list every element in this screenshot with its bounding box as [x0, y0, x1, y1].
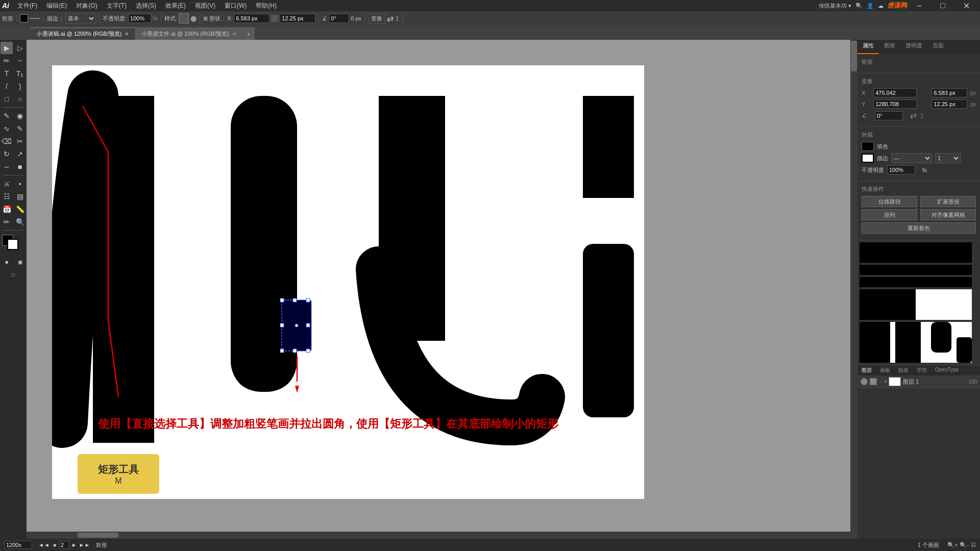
- stroke-select[interactable]: 基本: [65, 13, 96, 23]
- page-end-icon[interactable]: ►►: [79, 542, 90, 548]
- menu-effect[interactable]: 效果(E): [161, 1, 190, 11]
- grid-icon[interactable]: ⊞: [203, 15, 208, 22]
- page-back-icon[interactable]: ◄: [52, 542, 57, 548]
- scale-tool[interactable]: ↗: [14, 148, 26, 160]
- transform-button[interactable]: 变换: [368, 13, 385, 23]
- menu-window[interactable]: 窗口(W): [220, 1, 251, 11]
- symbol-sprayer-tool[interactable]: ⚔: [1, 178, 13, 190]
- transform-icon1[interactable]: ⇄: [387, 14, 394, 23]
- measure-tool[interactable]: 📏: [14, 203, 26, 215]
- eraser-tool[interactable]: ⌫: [1, 135, 13, 147]
- line-tool[interactable]: /: [1, 80, 13, 92]
- transform-icon2[interactable]: ↕: [395, 14, 399, 23]
- layers-tab-character[interactable]: 字符: [913, 365, 931, 375]
- page-input[interactable]: [59, 541, 69, 549]
- align-pixel-grid-button[interactable]: 对齐像素网格: [920, 209, 976, 220]
- stroke-panel-swatch[interactable]: [862, 154, 874, 163]
- x-coord-input[interactable]: [873, 88, 917, 97]
- pen-tool[interactable]: ✏: [1, 55, 13, 67]
- workspace-label[interactable]: 传统基本功 ▾: [819, 2, 851, 10]
- vertical-scrollbar[interactable]: [850, 40, 857, 539]
- w-coord-input[interactable]: [932, 88, 967, 97]
- zoom-tool[interactable]: 🔍: [14, 216, 26, 228]
- user-icon[interactable]: 👤: [867, 3, 874, 9]
- free-transform-tool[interactable]: ■: [14, 161, 26, 173]
- fill-panel-swatch[interactable]: [862, 142, 874, 151]
- opacity-input[interactable]: [128, 14, 151, 23]
- flip-h-icon[interactable]: ⇄: [910, 111, 917, 120]
- menu-select[interactable]: 选择(S): [132, 1, 160, 11]
- direct-selection-tool[interactable]: ▷: [14, 42, 26, 54]
- layer-lock-icon[interactable]: [870, 378, 877, 385]
- angle-input[interactable]: [329, 14, 349, 23]
- gradient-mode[interactable]: ▣: [14, 256, 26, 268]
- expand-shape-button[interactable]: 扩展形状: [920, 196, 976, 207]
- y-coord-input[interactable]: [873, 99, 917, 109]
- stroke-color-box[interactable]: [7, 239, 18, 250]
- tab-second[interactable]: 小墨源文件.ai @ 100% (RGB/预览) ✕: [135, 28, 242, 40]
- layers-tab-artboard[interactable]: 画板: [876, 365, 894, 375]
- tab-active[interactable]: 小墨讲稿.ai @ 1200% (RGB/预览) ✕: [31, 28, 135, 40]
- scissors-tool[interactable]: ✂: [14, 135, 26, 147]
- menu-view[interactable]: 视图(V): [191, 1, 219, 11]
- column-graph-tool[interactable]: ▪: [14, 178, 26, 190]
- type-tool[interactable]: T: [1, 67, 13, 80]
- recolor-button[interactable]: 重新着色: [862, 222, 976, 234]
- eyedropper-tool[interactable]: 📅: [1, 203, 13, 215]
- tab-add[interactable]: +: [243, 28, 255, 40]
- layer-item-1[interactable]: 图层 1 100: [857, 375, 980, 388]
- layer-visibility-icon[interactable]: [861, 378, 868, 385]
- paintbrush-tool[interactable]: ✎: [1, 110, 13, 122]
- menu-help[interactable]: 帮助(H): [252, 1, 281, 11]
- arc-tool[interactable]: ): [14, 80, 26, 92]
- curvature-tool[interactable]: ~: [14, 55, 26, 67]
- tab-close-0[interactable]: ✕: [125, 31, 129, 37]
- style-swatch[interactable]: [179, 13, 189, 23]
- y-input[interactable]: [280, 14, 315, 23]
- grid-view-icon[interactable]: ☷: [971, 542, 976, 548]
- offset-path-button[interactable]: 位移路径: [862, 196, 917, 207]
- fx-label[interactable]: fx.: [922, 167, 928, 173]
- opacity-panel-input[interactable]: [887, 165, 915, 174]
- rectangle-tool[interactable]: □: [1, 93, 13, 105]
- stroke-indicator[interactable]: ━━━: [30, 15, 40, 22]
- blob-brush-tool[interactable]: ◉: [14, 110, 26, 122]
- rotate-tool[interactable]: ↻: [1, 148, 13, 160]
- gradient-tool[interactable]: ▤: [14, 190, 26, 203]
- tab-close-1[interactable]: ✕: [232, 31, 236, 37]
- scrollbar-thumb[interactable]: [851, 41, 857, 71]
- close-button[interactable]: ✕: [954, 0, 978, 11]
- arrange-button[interactable]: 排列: [862, 209, 917, 220]
- tab-transparency[interactable]: 透明度: [900, 40, 927, 54]
- layers-tab-layers[interactable]: 图层: [857, 365, 876, 375]
- zoom-input[interactable]: [4, 541, 32, 549]
- layer-expand-arrow[interactable]: [885, 381, 887, 383]
- angle-panel-input[interactable]: [875, 111, 903, 120]
- color-mode[interactable]: ■: [1, 256, 13, 268]
- h-scrollbar-thumb[interactable]: [78, 533, 118, 538]
- selection-tool[interactable]: ▶: [1, 42, 13, 54]
- zoom-in-icon[interactable]: 🔍+: [947, 542, 958, 548]
- minimize-button[interactable]: –: [908, 0, 931, 11]
- tab-properties[interactable]: 属性: [857, 40, 879, 54]
- shaper-tool[interactable]: ∿: [1, 122, 13, 135]
- tab-graphics[interactable]: 图形: [879, 40, 900, 54]
- tab-page[interactable]: 页面: [927, 40, 949, 54]
- pencil-tool[interactable]: ✎: [14, 122, 26, 135]
- hand-tool[interactable]: ✏: [1, 216, 13, 228]
- stroke-weight-select[interactable]: 1: [935, 153, 961, 163]
- zoom-out-icon[interactable]: 🔍-: [960, 542, 969, 548]
- layer-name[interactable]: 图层 1: [903, 378, 919, 386]
- menu-object[interactable]: 对象(O): [72, 1, 101, 11]
- page-prev-icon[interactable]: ◄◄: [38, 542, 50, 548]
- horizontal-scrollbar[interactable]: [27, 532, 850, 539]
- stroke-style-select[interactable]: —: [891, 153, 932, 163]
- draw-inside-tool[interactable]: □: [7, 268, 19, 281]
- menu-edit[interactable]: 编辑(E): [42, 1, 71, 11]
- ellipse-tool[interactable]: ○: [14, 93, 26, 105]
- x-input[interactable]: [234, 14, 270, 23]
- canvas-area[interactable]: 使用【直接选择工具】调整加粗竖笔画并拉出圆角，使用【矩形工具】在其底部绘制小的矩…: [27, 40, 857, 539]
- h-coord-input[interactable]: [932, 99, 967, 109]
- layers-tab-paragraph[interactable]: 段落: [894, 365, 913, 375]
- warp-tool[interactable]: ∼: [1, 161, 13, 173]
